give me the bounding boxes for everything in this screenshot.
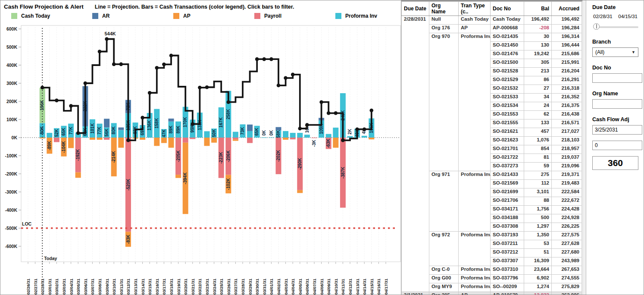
bar-segment-payroll[interactable] (233, 138, 238, 139)
cash-flow-adj-date-input[interactable] (592, 125, 642, 135)
bar-segment-ap[interactable] (333, 138, 338, 148)
bar-segment-ar[interactable] (276, 127, 281, 131)
bar-value-label: -63K (326, 138, 331, 148)
accrued-cell: 262,996 (552, 292, 582, 295)
doc-no-input[interactable] (592, 73, 642, 83)
accrued-cell: 196,314 (552, 33, 582, 42)
legend-item-ap[interactable]: AP (173, 13, 191, 19)
bar-segment-ap[interactable] (161, 138, 167, 143)
doc-no-cell: SO-021532 (491, 85, 524, 94)
x-axis-label: 02/26/31 (26, 278, 31, 295)
bal-cell: 23,664 (524, 266, 552, 275)
due-date-slider-handle[interactable] (593, 23, 600, 30)
bar-segment-proforma[interactable] (47, 133, 52, 138)
bar-value-label: -3K (312, 139, 316, 147)
table-row[interactable]: 2/28/2031NullCash TodayCash Today196,492… (402, 16, 582, 25)
bar-segment-proforma[interactable] (247, 131, 253, 138)
slider-track[interactable] (595, 26, 638, 28)
bar-segment-payroll[interactable] (104, 138, 109, 140)
projection-point (198, 86, 202, 90)
bar-segment-payroll[interactable] (183, 138, 188, 143)
y-axis-label: 600K (6, 26, 18, 31)
bar-segment-payroll[interactable] (290, 138, 296, 139)
projection-point (148, 91, 152, 95)
bar-value-label: -214K (111, 151, 116, 163)
accrued-cell: 216,291 (552, 76, 582, 85)
bar-segment-ap[interactable] (97, 138, 103, 140)
legend-item-cash_today[interactable]: Cash Today (11, 13, 50, 19)
x-axis-label: 04/07/31 (312, 278, 317, 295)
bar-segment-payroll[interactable] (312, 138, 317, 138)
bal-cell: 305 (524, 59, 552, 68)
x-axis-label: 02/28/31 (40, 278, 45, 295)
bar-segment-proforma[interactable] (326, 134, 331, 138)
legend-item-ar[interactable]: AR (92, 13, 109, 19)
column-header-tran-type-c[interactable]: Tran Type (c.. (459, 2, 491, 16)
bar-segment-proforma[interactable] (283, 131, 288, 138)
accrued-cell: 219,096 (552, 163, 582, 171)
bar-segment-ap[interactable] (211, 138, 217, 143)
column-header-due-date[interactable]: Due Date (402, 2, 429, 16)
bar-segment-proforma[interactable] (118, 130, 124, 138)
today-label: Today (44, 256, 57, 261)
bar-segment-proforma[interactable] (347, 136, 353, 138)
column-header-bal[interactable]: Bal (524, 2, 552, 16)
cash-flow-adj-num-input[interactable] (592, 141, 642, 150)
table-row[interactable]: 3/1/2031Org 205APAP-010679-12,833262,996 (402, 292, 582, 295)
bar-segment-payroll[interactable] (247, 138, 253, 143)
accrued-cell: 227,575 (552, 232, 582, 240)
page-subtitle: Line = Projection. Bars = Cash Transacti… (95, 4, 294, 10)
bar-segment-ap[interactable] (204, 138, 210, 146)
bar-segment-ap[interactable] (140, 138, 145, 140)
bar-segment-ap[interactable] (118, 138, 124, 148)
bar-segment-ap[interactable] (233, 139, 238, 141)
legend-item-proforma[interactable]: Proforma Inv (335, 13, 377, 19)
y-axis-label: -200K (5, 171, 17, 176)
bar-segment-payroll[interactable] (54, 138, 59, 142)
bar-segment-ar[interactable] (118, 127, 124, 130)
column-header-org-name[interactable]: Org Name (429, 2, 459, 16)
bar-segment-ap[interactable] (297, 190, 303, 193)
cashflow-chart[interactable]: 02/26/3102/27/3102/28/3103/01/3103/02/31… (0, 22, 401, 295)
column-header-doc-no[interactable]: Doc No (491, 2, 524, 16)
x-axis-label: 03/21/31 (191, 278, 195, 295)
bar-segment-proforma[interactable] (297, 133, 303, 138)
bar-segment-ap[interactable] (68, 138, 74, 148)
x-axis-label: 04/15/31 (369, 278, 374, 295)
bar-segment-ap[interactable] (169, 138, 174, 148)
bar-segment-ap[interactable] (90, 138, 95, 140)
column-header-accrued[interactable]: Accrued (552, 2, 582, 16)
bar-segment-ap[interactable] (283, 138, 288, 140)
doc-no-cell: SO-021500 (491, 59, 524, 68)
legend-item-payroll[interactable]: Payroll (254, 13, 281, 19)
bar-segment-proforma[interactable] (362, 136, 367, 138)
bar-segment-ap[interactable] (154, 138, 159, 146)
bar-segment-proforma[interactable] (333, 128, 338, 138)
doc-no-cell: SO-037212 (491, 249, 524, 257)
accrued-cell: 243,989 (552, 257, 582, 266)
org-name-input[interactable] (592, 99, 642, 109)
bar-segment-ar[interactable] (169, 119, 174, 122)
bar-segment-ap[interactable] (369, 138, 374, 139)
bar-segment-ap[interactable] (40, 138, 45, 138)
bal-cell: 34 (524, 94, 552, 102)
bar-segment-ar[interactable] (247, 125, 253, 131)
bar-segment-ap[interactable] (175, 175, 181, 178)
due-date-slider[interactable] (593, 23, 638, 31)
bar-segment-proforma[interactable] (269, 138, 274, 138)
bar-segment-proforma[interactable] (304, 135, 310, 138)
bar-segment-ar[interactable] (104, 119, 109, 127)
bar-segment-proforma[interactable] (204, 131, 210, 138)
bar-segment-proforma[interactable] (290, 133, 296, 138)
bar-segment-ap[interactable] (75, 173, 81, 178)
chart-title-row: Cash Flow Projection & AlertLine = Proje… (4, 3, 400, 10)
tran-type-cell: Proforma Inv (459, 171, 491, 232)
projection-point (305, 123, 309, 127)
bar-segment-proforma[interactable] (261, 138, 267, 138)
bar-segment-payroll[interactable] (190, 138, 195, 139)
projection-point (277, 84, 281, 88)
branch-select[interactable]: (All) ▼ (592, 47, 638, 57)
projection-point (205, 85, 209, 89)
bar-value-label: 50K (212, 129, 216, 137)
bar-segment-proforma[interactable] (233, 132, 238, 138)
